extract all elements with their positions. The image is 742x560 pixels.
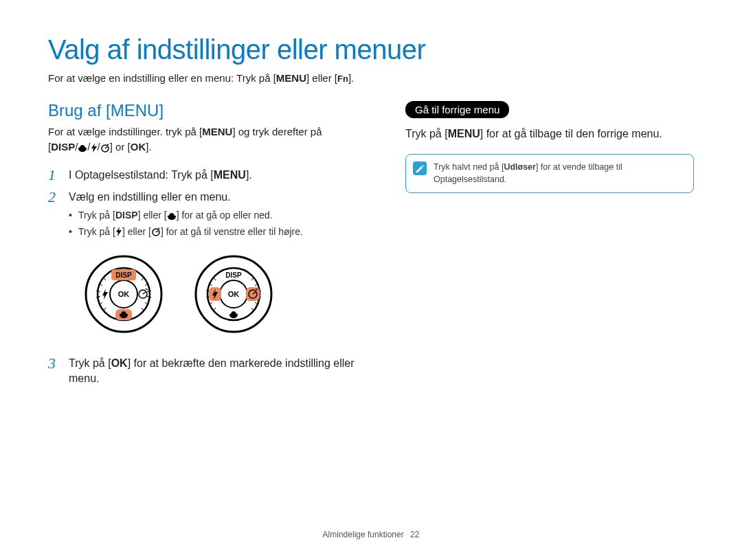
menu-key: MENU bbox=[448, 128, 480, 139]
note-icon bbox=[413, 161, 427, 175]
dial-vertical: DISP OK bbox=[82, 253, 165, 335]
l2-end: ]. bbox=[146, 141, 151, 153]
s2-text: Vælg en indstilling eller en menu. bbox=[69, 191, 231, 203]
svg-line-1 bbox=[105, 147, 107, 148]
bullet-2: Tryk på [] eller [] for at gå til venstr… bbox=[69, 225, 378, 239]
section-heading: Brug af [MENU] bbox=[48, 101, 378, 120]
svg-text:DISP: DISP bbox=[225, 271, 242, 279]
ok-key: OK bbox=[131, 141, 146, 153]
left-column: Brug af [MENU] For at vælge indstillinge… bbox=[48, 101, 378, 393]
l2-or: ] or [ bbox=[110, 141, 131, 153]
l1-post: ] og tryk derefter på bbox=[232, 126, 322, 137]
timer-icon bbox=[151, 225, 161, 239]
step-3: 3 Tryk på [OK] for at bekræfte den marke… bbox=[48, 356, 378, 387]
right-text: Tryk på [MENU] for at gå tilbage til den… bbox=[405, 128, 694, 140]
svg-text:DISP: DISP bbox=[115, 271, 132, 279]
step-body: I Optagelsestilstand: Tryk på [MENU]. bbox=[69, 168, 378, 183]
udloser-key: Udløser bbox=[504, 162, 536, 172]
note-box: Tryk halvt ned på [Udløser] for at vende… bbox=[405, 154, 694, 193]
sub-bullets: Tryk på [DISP] eller [] for at gå op ell… bbox=[69, 209, 378, 238]
intro-mid: ] eller [ bbox=[306, 72, 337, 84]
intro-post: ]. bbox=[348, 72, 354, 84]
step-body: Vælg en indstilling eller en menu. Tryk … bbox=[69, 190, 378, 349]
l1-pre: For at vælge indstillinger. tryk på [ bbox=[48, 126, 202, 137]
step-2: 2 Vælg en indstilling eller en menu. Try… bbox=[48, 190, 378, 349]
macro-icon bbox=[78, 140, 87, 155]
b2-mid: ] eller [ bbox=[122, 226, 151, 237]
left-body-1: For at vælge indstillinger. tryk på [MEN… bbox=[48, 124, 378, 155]
s1-post: ]. bbox=[246, 169, 252, 181]
menu-key: MENU bbox=[276, 72, 306, 84]
footer-section: Almindelige funktioner bbox=[323, 530, 404, 539]
step-1: 1 I Optagelsestilstand: Tryk på [MENU]. bbox=[48, 168, 378, 183]
intro-text: For at vælge en indstilling eller en men… bbox=[48, 72, 694, 84]
step-number: 3 bbox=[48, 356, 62, 387]
r-pre: Tryk på [ bbox=[405, 128, 448, 139]
note-pre: Tryk halvt ned på [ bbox=[434, 162, 504, 172]
step-number: 2 bbox=[48, 190, 62, 349]
b1-pre: Tryk på [ bbox=[78, 210, 115, 221]
ok-key: OK bbox=[111, 357, 128, 369]
r-post: ] for at gå tilbage til den forrige menu… bbox=[480, 128, 662, 139]
svg-line-5 bbox=[158, 228, 159, 229]
s1-pre: I Optagelsestilstand: Tryk på [ bbox=[69, 169, 214, 181]
s3-pre: Tryk på [ bbox=[69, 357, 111, 369]
fn-key: Fn bbox=[337, 74, 348, 84]
flash-icon bbox=[115, 225, 122, 239]
step-number: 1 bbox=[48, 168, 62, 183]
svg-text:OK: OK bbox=[118, 290, 130, 298]
menu-key: MENU bbox=[202, 126, 232, 137]
disp-key: DISP bbox=[115, 210, 138, 221]
macro-icon bbox=[167, 210, 177, 223]
b1-mid: ] eller [ bbox=[138, 210, 167, 221]
step-body: Tryk på [OK] for at bekræfte den markere… bbox=[69, 356, 378, 387]
dial-horizontal: DISP OK bbox=[192, 253, 275, 335]
intro-pre: For at vælge en indstilling eller en men… bbox=[48, 72, 276, 84]
svg-line-2 bbox=[107, 144, 109, 145]
b2-post: ] for at gå til venstre eller til højre. bbox=[161, 226, 303, 237]
svg-text:OK: OK bbox=[228, 290, 240, 298]
page-footer: Almindelige funktioner 22 bbox=[0, 530, 742, 539]
menu-key: MENU bbox=[214, 169, 246, 181]
bullet-1: Tryk på [DISP] eller [] for at gå op ell… bbox=[69, 209, 378, 223]
disp-key: DISP bbox=[51, 141, 75, 153]
flash-icon bbox=[91, 140, 98, 155]
right-column: Gå til forrige menu Tryk på [MENU] for a… bbox=[405, 101, 694, 393]
b2-pre: Tryk på [ bbox=[78, 226, 115, 237]
dial-illustrations: DISP OK bbox=[82, 253, 378, 335]
steps-list: 1 I Optagelsestilstand: Tryk på [MENU]. … bbox=[48, 168, 378, 387]
pill-heading: Gå til forrige menu bbox=[405, 101, 509, 118]
page-title: Valg af indstillinger eller menuer bbox=[48, 34, 694, 65]
footer-page: 22 bbox=[410, 530, 419, 539]
b1-post: ] for at gå op eller ned. bbox=[177, 210, 273, 221]
svg-line-4 bbox=[156, 231, 158, 232]
timer-icon bbox=[100, 140, 110, 155]
